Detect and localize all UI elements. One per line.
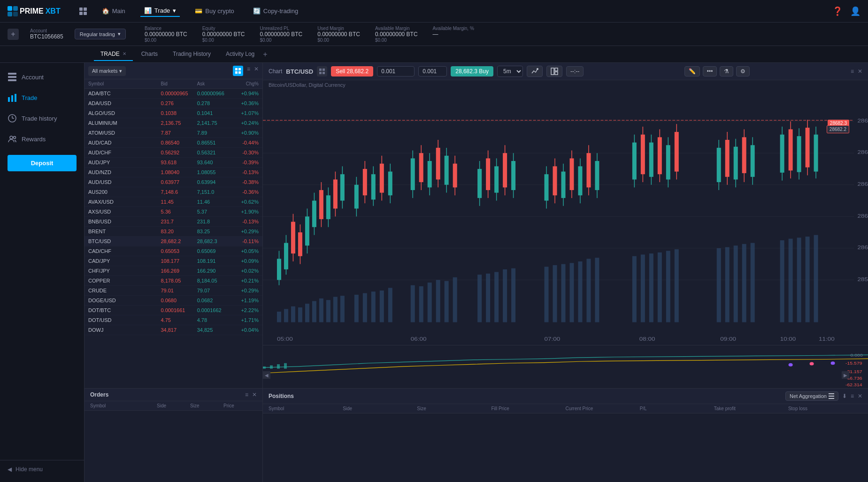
chart-settings-button[interactable]: ⚙: [736, 66, 750, 77]
add-account-button[interactable]: +: [8, 29, 19, 40]
tab-close-trade[interactable]: ✕: [123, 51, 126, 56]
positions-collapse-icon[interactable]: ≡: [851, 393, 854, 399]
market-filter-button[interactable]: All markets ▾: [88, 66, 126, 76]
market-row[interactable]: DOT/BTC0.00016610.0001662+2.22%: [84, 306, 262, 315]
market-filter-label: All markets: [92, 68, 117, 74]
chart-scroll-right-button[interactable]: ▶: [842, 371, 849, 379]
nav-trade[interactable]: 📊 Trade ▾: [140, 5, 180, 17]
market-row[interactable]: ALGO/USD0.10380.1041+1.07%: [84, 108, 262, 118]
tab-add-button[interactable]: +: [263, 50, 267, 59]
svg-rect-174: [649, 253, 653, 322]
col-symbol: Symbol: [88, 81, 161, 86]
svg-rect-154: [411, 285, 415, 322]
col-bid: Bid: [161, 81, 197, 86]
chart-layout-button[interactable]: [546, 66, 562, 77]
market-row[interactable]: CRUDE79.0179.07+0.29%: [84, 286, 262, 296]
tab-trading-history[interactable]: Trading History: [166, 48, 217, 61]
market-grid-view-icon[interactable]: [233, 66, 243, 76]
market-row[interactable]: ATOM/USD7.877.89+0.90%: [84, 128, 262, 138]
sidebar-item-rewards[interactable]: Rewards: [0, 129, 84, 149]
nav-copy-trading-label: Copy-trading: [263, 8, 298, 15]
nav-copy-trading[interactable]: 🔄 Copy-trading: [249, 6, 302, 16]
trading-mode-select[interactable]: Regular trading ▾: [75, 29, 126, 39]
svg-rect-178: [717, 248, 721, 322]
market-collapse-icon[interactable]: ≡: [247, 66, 250, 76]
market-row[interactable]: BTC/USD28,682.228,682.3-0.11%: [84, 237, 262, 246]
nav-main[interactable]: 🏠 Main: [98, 6, 129, 16]
account-icon[interactable]: 👤: [850, 6, 860, 16]
grid-icon[interactable]: [79, 8, 87, 15]
timeframe-select[interactable]: 0.001: [418, 66, 447, 77]
hide-menu-button[interactable]: ◀ Hide menu: [0, 460, 84, 478]
market-row[interactable]: ADA/BTC0.000009650.00000966+0.94%: [84, 89, 262, 99]
market-row[interactable]: ADA/USD0.2760.278+0.36%: [84, 99, 262, 108]
help-icon[interactable]: ❓: [832, 6, 843, 16]
svg-rect-181: [742, 244, 746, 322]
market-row-ask: 1.08055: [197, 169, 233, 175]
buy-button[interactable]: 28,682.3 Buy: [451, 66, 493, 77]
net-aggregation-button[interactable]: Net Aggregation: [785, 391, 838, 401]
quantity-input[interactable]: [377, 66, 415, 77]
sidebar-item-account[interactable]: Account: [0, 67, 84, 87]
market-row[interactable]: AVAX/USD11.4511.46+0.62%: [84, 197, 262, 207]
market-row[interactable]: CAD/JPY108.177108.191+0.09%: [84, 256, 262, 266]
sidebar-account-label: Account: [22, 74, 44, 81]
positions-close-icon[interactable]: ✕: [858, 393, 862, 399]
svg-rect-150: [363, 293, 367, 322]
sidebar-item-trade[interactable]: Trade: [0, 87, 84, 108]
svg-rect-169: [578, 261, 582, 322]
sell-button[interactable]: Sell 28,682.2: [331, 66, 373, 77]
chart-more-button[interactable]: •••: [703, 66, 717, 77]
market-row[interactable]: CAD/CHF0.650530.65069+0.05%: [84, 246, 262, 256]
timeframe-select-2[interactable]: 5m: [497, 66, 523, 77]
market-row-symbol: BNB/USD: [88, 219, 161, 224]
market-row[interactable]: COPPER8,178.058,184.05+0.21%: [84, 276, 262, 286]
tab-trade[interactable]: TRADE ✕: [94, 48, 133, 61]
market-close-icon[interactable]: ✕: [254, 66, 259, 76]
market-row[interactable]: AUD/CHF0.562920.56321-0.30%: [84, 148, 262, 158]
svg-point-23: [537, 68, 538, 70]
unrealized-pl-sub: $0.00: [260, 38, 302, 43]
market-row[interactable]: AUS2007,148.67,151.0-0.36%: [84, 187, 262, 197]
chart-time-button[interactable]: --:--: [566, 66, 584, 77]
tab-activity-log-label: Activity Log: [226, 51, 254, 57]
market-row-symbol: ADA/BTC: [88, 91, 161, 96]
sidebar-item-trade-history[interactable]: Trade history: [0, 108, 84, 129]
svg-rect-176: [666, 251, 670, 322]
market-row[interactable]: AUD/CAD0.865400.86551-0.44%: [84, 138, 262, 148]
chart-scroll-left-button[interactable]: ◀: [263, 371, 270, 379]
market-row[interactable]: AXS/USD5.365.37+1.90%: [84, 207, 262, 217]
orders-close-icon[interactable]: ✕: [252, 391, 257, 398]
chart-close-icon[interactable]: ✕: [858, 68, 862, 75]
market-row[interactable]: ALUMINIUM2,136.752,141.75+0.24%: [84, 118, 262, 128]
chart-pencil-button[interactable]: ✏️: [684, 66, 700, 77]
market-row-chg: +0.29%: [233, 229, 259, 234]
logo-xbt: XBT: [46, 7, 61, 15]
chart-symbol: BTC/USD: [286, 68, 313, 75]
market-row[interactable]: AUD/NZD1.080401.08055-0.13%: [84, 168, 262, 177]
bid-price-label: 28682.2: [827, 125, 849, 133]
tab-charts[interactable]: Charts: [135, 48, 164, 61]
chart-flask-button[interactable]: ⚗: [720, 66, 733, 77]
market-row-chg: +0.02%: [233, 268, 259, 274]
market-row[interactable]: DOWJ34,81734,825+0.04%: [84, 325, 262, 335]
account-label: Account: [30, 28, 63, 33]
tab-activity-log[interactable]: Activity Log: [219, 48, 261, 61]
market-row[interactable]: CHF/JPY166.269166.290+0.02%: [84, 266, 262, 276]
positions-filter-icon[interactable]: ⬇: [842, 393, 847, 399]
orders-collapse-icon[interactable]: ≡: [245, 391, 248, 398]
market-row-symbol: AVAX/USD: [88, 199, 161, 205]
market-row[interactable]: DOT/USD4.754.78+1.71%: [84, 315, 262, 325]
market-row[interactable]: AUD/USD0.639770.63994-0.38%: [84, 177, 262, 187]
svg-rect-18: [238, 71, 241, 74]
market-row[interactable]: BNB/USD231.7231.8-0.13%: [84, 217, 262, 227]
nav-buy-crypto[interactable]: 💳 Buy crypto: [191, 6, 238, 16]
market-row[interactable]: DOGE/USD0.06800.0682+1.19%: [84, 296, 262, 306]
market-row[interactable]: AUD/JPY93.61893.640-0.39%: [84, 158, 262, 168]
chart-collapse-icon[interactable]: ≡: [851, 68, 854, 75]
market-row[interactable]: BRENT83.2083.25+0.29%: [84, 227, 262, 237]
available-margin-value: 0.00000000 BTC: [375, 31, 418, 38]
deposit-button[interactable]: Deposit: [8, 155, 77, 171]
svg-rect-173: [641, 254, 645, 322]
chart-indicators-button[interactable]: [527, 66, 543, 77]
